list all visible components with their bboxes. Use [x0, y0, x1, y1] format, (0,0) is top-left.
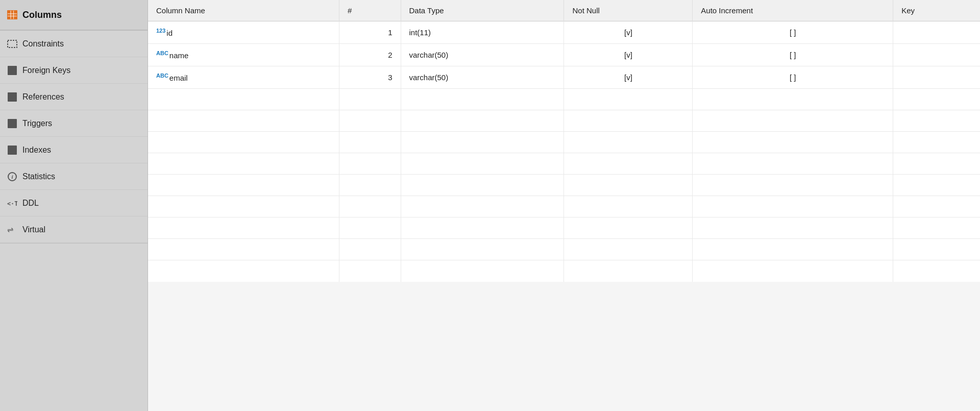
table-row-empty — [148, 110, 980, 132]
table-header-row: Column Name # Data Type Not Null Auto In… — [148, 0, 980, 21]
svg-rect-2 — [8, 16, 17, 16]
table-row-empty — [148, 175, 980, 196]
sidebar-columns-label: Columns — [22, 10, 62, 20]
table-row-empty — [148, 217, 980, 239]
sidebar-item-foreign-keys[interactable]: Foreign Keys — [0, 57, 148, 84]
svg-rect-4 — [13, 11, 14, 19]
main-container: Columns Constraints Foreign Keys — [0, 0, 980, 411]
col-header-column-name: Column Name — [148, 0, 339, 21]
table-row-empty — [148, 132, 980, 153]
col-header-number: # — [339, 0, 401, 21]
sidebar-virtual-label: Virtual — [22, 225, 45, 234]
svg-rect-1 — [8, 13, 17, 14]
table-row-empty — [148, 260, 980, 282]
svg-rect-8 — [8, 119, 17, 128]
cell-key — [893, 21, 980, 44]
type-prefix-123: 123 — [156, 28, 165, 34]
type-prefix-abc-email: ABC — [156, 72, 168, 79]
svg-rect-7 — [8, 92, 17, 102]
svg-text:i: i — [11, 174, 13, 180]
cell-column-name: ABCemail — [148, 66, 339, 89]
sidebar-references-label: References — [22, 92, 64, 102]
type-prefix-abc: ABC — [156, 50, 168, 56]
cell-not-null: [v] — [564, 66, 693, 89]
sidebar-item-triggers[interactable]: Triggers — [0, 110, 148, 137]
col-header-auto-increment: Auto Increment — [693, 0, 893, 21]
cell-auto-increment: [ ] — [693, 21, 893, 44]
columns-table: Column Name # Data Type Not Null Auto In… — [148, 0, 980, 282]
table-row-empty — [148, 89, 980, 110]
cell-column-name-value: email — [169, 74, 188, 82]
svg-rect-5 — [8, 40, 17, 47]
ref-icon — [7, 92, 17, 102]
cell-not-null: [v] — [564, 21, 693, 44]
cell-column-name-value: id — [166, 29, 173, 37]
col-header-not-null: Not Null — [564, 0, 693, 21]
cell-key — [893, 66, 980, 89]
cell-auto-increment: [ ] — [693, 44, 893, 66]
svg-text:⇌: ⇌ — [7, 225, 14, 233]
sidebar-foreignkeys-label: Foreign Keys — [22, 66, 70, 75]
col-header-key: Key — [893, 0, 980, 21]
cell-number: 2 — [339, 44, 401, 66]
cell-number: 1 — [339, 21, 401, 44]
svg-rect-9 — [8, 146, 17, 155]
sidebar-item-constraints[interactable]: Constraints — [0, 31, 148, 57]
sidebar-bottom — [0, 243, 148, 411]
sidebar-item-indexes[interactable]: Indexes — [0, 137, 148, 163]
sidebar-statistics-label: Statistics — [22, 172, 55, 181]
table-row[interactable]: ABCemail 3 varchar(50) [v] [ ] — [148, 66, 980, 89]
triggers-icon — [7, 118, 17, 129]
sidebar-indexes-label: Indexes — [22, 146, 51, 155]
sidebar-item-references[interactable]: References — [0, 84, 148, 110]
sidebar-constraints-label: Constraints — [22, 39, 64, 49]
ddl-icon: <·T — [7, 198, 17, 208]
table-row-empty — [148, 239, 980, 260]
content-area: Column Name # Data Type Not Null Auto In… — [148, 0, 980, 411]
virtual-icon: ⇌ — [7, 225, 17, 235]
sidebar-item-columns[interactable]: Columns — [0, 0, 148, 31]
table-row-empty — [148, 196, 980, 217]
svg-rect-6 — [8, 66, 17, 75]
cell-auto-increment: [ ] — [693, 66, 893, 89]
cell-data-type: varchar(50) — [401, 44, 564, 66]
cell-data-type: int(11) — [401, 21, 564, 44]
svg-text:<·T: <·T — [7, 200, 17, 207]
sidebar: Columns Constraints Foreign Keys — [0, 0, 148, 411]
indexes-icon — [7, 145, 17, 155]
statistics-icon: i — [7, 172, 17, 182]
cell-column-name: ABCname — [148, 44, 339, 66]
col-header-data-type: Data Type — [401, 0, 564, 21]
cell-column-name-value: name — [169, 51, 189, 60]
constraint-icon — [7, 39, 17, 49]
cell-key — [893, 44, 980, 66]
sidebar-item-virtual[interactable]: ⇌ Virtual — [0, 216, 148, 243]
svg-rect-3 — [10, 11, 11, 19]
table-row[interactable]: 123id 1 int(11) [v] [ ] — [148, 21, 980, 44]
cell-not-null: [v] — [564, 44, 693, 66]
cell-column-name: 123id — [148, 21, 339, 44]
cell-data-type: varchar(50) — [401, 66, 564, 89]
fk-icon — [7, 65, 17, 76]
sidebar-ddl-label: DDL — [22, 199, 39, 208]
table-icon — [7, 10, 17, 20]
table-row[interactable]: ABCname 2 varchar(50) [v] [ ] — [148, 44, 980, 66]
sidebar-item-statistics[interactable]: i Statistics — [0, 163, 148, 190]
svg-rect-0 — [7, 10, 17, 19]
sidebar-item-ddl[interactable]: <·T DDL — [0, 190, 148, 216]
table-row-empty — [148, 153, 980, 175]
sidebar-triggers-label: Triggers — [22, 119, 52, 128]
cell-number: 3 — [339, 66, 401, 89]
